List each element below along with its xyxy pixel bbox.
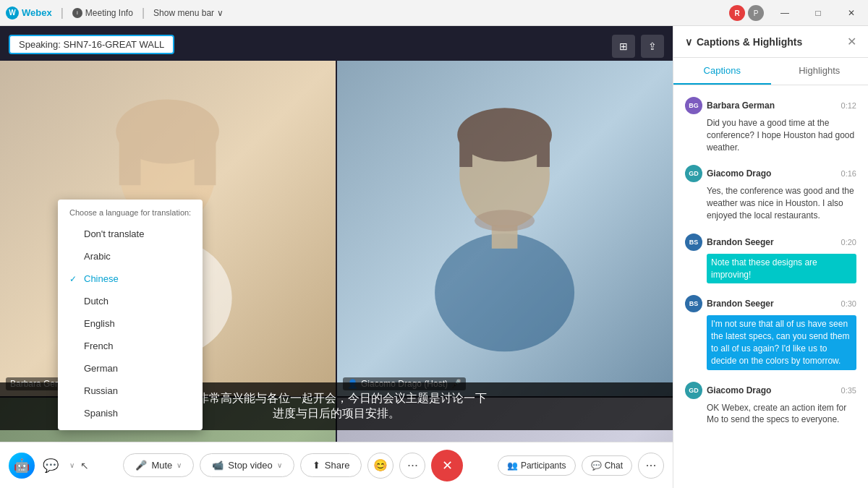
profile-avatar: P	[748, 5, 764, 21]
video-area: Speaking: SHN7-16-GREAT WALL ⊞ ⇪	[0, 26, 673, 488]
avatar-1: BG	[685, 97, 702, 114]
stop-video-label: Stop video	[228, 460, 272, 471]
language-label-spanish: Spanish	[84, 408, 118, 419]
svg-point-12	[475, 210, 535, 232]
camera-icon: 📹	[212, 460, 224, 471]
tab-highlights[interactable]: Highlights	[771, 58, 869, 85]
captions-dropdown-button[interactable]: ∨	[67, 461, 77, 469]
caption-author-4: BS Brandon Seeger	[685, 295, 774, 312]
svg-rect-8	[460, 135, 473, 168]
author-name-5: Giacomo Drago	[707, 385, 771, 395]
caption-entry-5: GD Giacomo Drago 0:35 OK Webex, create a…	[673, 376, 868, 432]
end-call-button[interactable]: ✕	[431, 450, 463, 481]
language-label-dutch: Dutch	[84, 296, 109, 307]
caption-entry-2: GD Giacomo Drago 0:16 Yes, the conferenc…	[673, 159, 868, 227]
caption-time-1: 0:12	[841, 101, 856, 110]
caption-author-5: GD Giacomo Drago	[685, 382, 771, 399]
caption-time-5: 0:35	[841, 386, 856, 395]
panel-title-text: Captions & Highlights	[697, 36, 802, 48]
language-label-german: German	[84, 363, 118, 374]
caption-entry-3: BS Brandon Seeger 0:20 Note that these d…	[673, 228, 868, 290]
svg-point-10	[435, 234, 574, 351]
share-button[interactable]: ⬆ Share	[300, 453, 362, 477]
language-item-russian[interactable]: Russian	[58, 380, 203, 402]
author-name-3: Brandon Seeger	[707, 237, 774, 247]
panel-close-button[interactable]: ✕	[847, 35, 856, 48]
mute-button[interactable]: 🎤 Mute ∨	[123, 453, 194, 477]
stop-video-button[interactable]: 📹 Stop video ∨	[200, 453, 294, 477]
video-top-right-controls: ⊞ ⇪	[612, 35, 664, 58]
layout-button[interactable]: ⊞	[612, 35, 635, 58]
language-label-russian: Russian	[84, 385, 118, 396]
webex-bot-button[interactable]: 🤖	[9, 453, 35, 479]
caption-time-3: 0:20	[841, 238, 856, 247]
svg-rect-3	[195, 132, 216, 185]
toolbar-more-button[interactable]: ···	[638, 453, 664, 479]
participants-button[interactable]: 👥 Participants	[498, 455, 576, 476]
language-label-dont: Don't translate	[84, 228, 144, 239]
caption-header-4: BS Brandon Seeger 0:30	[685, 295, 856, 312]
language-dropdown: Choose a language for translation: Don't…	[58, 200, 203, 430]
webex-logo: W Webex	[6, 7, 52, 20]
caption-text-1: Did you have a good time at the conferen…	[685, 117, 856, 153]
more-button[interactable]: ···	[399, 453, 425, 479]
caption-time-2: 0:16	[841, 169, 856, 178]
chat-label: Chat	[605, 461, 623, 471]
close-button[interactable]: ✕	[835, 0, 868, 26]
author-name-2: Giacomo Drago	[707, 168, 771, 179]
toolbar-right: 👥 Participants 💬 Chat ···	[498, 453, 664, 479]
caption-text-2: Yes, the conference was good and the wea…	[685, 185, 856, 221]
chat-button[interactable]: 💬 Chat	[582, 455, 632, 476]
language-item-english[interactable]: English	[58, 312, 203, 335]
caption-author-3: BS Brandon Seeger	[685, 234, 774, 251]
toolbar-left: 🤖 💬 ∨ ↖	[9, 453, 89, 479]
caption-header-3: BS Brandon Seeger 0:20	[685, 234, 856, 251]
title-bar: W Webex | i Meeting Info | Show menu bar…	[0, 0, 868, 26]
toolbar-cursor: ↖	[80, 460, 89, 471]
language-item-arabic[interactable]: Arabic	[58, 245, 203, 267]
mute-chevron: ∨	[176, 461, 182, 469]
participants-label: Participants	[521, 461, 566, 471]
show-menu-chevron: ∨	[217, 8, 224, 18]
video-chevron: ∨	[277, 461, 282, 469]
language-item-chinese[interactable]: ✓ Chinese	[58, 267, 203, 290]
captions-button[interactable]: 💬	[38, 453, 64, 479]
language-item-french[interactable]: French	[58, 335, 203, 357]
language-dropdown-title: Choose a language for translation:	[58, 205, 203, 223]
language-label-french: French	[84, 341, 113, 351]
person-silhouette-2	[370, 94, 639, 362]
app-name: Webex	[22, 7, 52, 18]
caption-header-5: GD Giacomo Drago 0:35	[685, 382, 856, 399]
tab-highlights-label: Highlights	[799, 65, 840, 76]
language-item-german[interactable]: German	[58, 357, 203, 380]
mute-label: Mute	[151, 460, 172, 471]
meeting-info[interactable]: i Meeting Info	[72, 8, 133, 18]
svg-rect-2	[119, 132, 141, 185]
language-item-dont-translate[interactable]: Don't translate	[58, 223, 203, 245]
language-item-dutch[interactable]: Dutch	[58, 290, 203, 312]
maximize-button[interactable]: □	[801, 0, 835, 26]
title-divider: |	[61, 7, 64, 20]
minimize-button[interactable]: —	[768, 0, 801, 26]
share-screen-button[interactable]: ⇪	[641, 35, 664, 58]
meeting-info-icon: i	[72, 8, 82, 18]
person-video-2	[337, 61, 673, 396]
show-menu-button[interactable]: Show menu bar ∨	[153, 8, 224, 18]
title-bar-right: R P — □ ✕	[729, 0, 868, 26]
avatar-4: BS	[685, 295, 702, 312]
right-panel: ∨ Captions & Highlights ✕ Captions Highl…	[673, 26, 868, 488]
title-divider2: |	[142, 7, 145, 20]
avatar-2: GD	[685, 165, 702, 182]
emoji-button[interactable]: 😊	[367, 453, 393, 479]
show-menu-label: Show menu bar	[153, 8, 214, 18]
tab-captions[interactable]: Captions	[673, 58, 771, 85]
title-bar-left: W Webex | i Meeting Info | Show menu bar…	[6, 7, 224, 20]
caption-text-4: I'm not sure that all of us have seen th…	[707, 315, 856, 369]
language-item-spanish[interactable]: Spanish	[58, 402, 203, 424]
share-label: Share	[325, 460, 350, 471]
recording-dot: R	[729, 5, 745, 21]
meeting-info-label: Meeting Info	[85, 8, 133, 18]
toolbar: 🤖 💬 ∨ ↖ 🎤 Mute ∨ 📹 Stop video ∨ ⬆	[0, 442, 673, 488]
avatar-3: BS	[685, 234, 702, 251]
toolbar-center: 🎤 Mute ∨ 📹 Stop video ∨ ⬆ Share 😊 ··· ✕	[123, 450, 463, 481]
